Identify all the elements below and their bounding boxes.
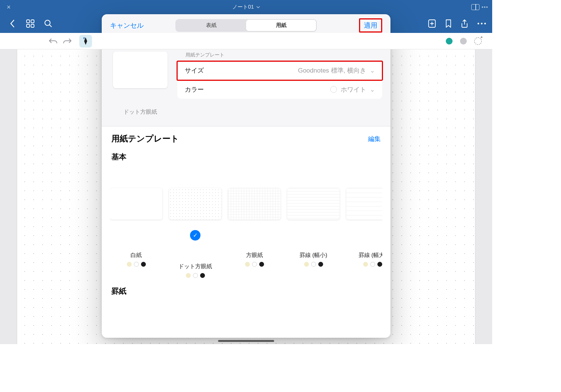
note-title-text: ノート01	[232, 4, 254, 10]
color-swatch-teal[interactable]	[446, 38, 453, 45]
undo-icon[interactable]	[49, 38, 58, 45]
more-dots-icon[interactable]	[482, 6, 488, 8]
svg-rect-2	[27, 24, 30, 27]
editor-toolbar	[0, 33, 492, 49]
svg-rect-3	[31, 24, 34, 27]
size-value: Goodnotes 標準, 横向き	[298, 66, 366, 75]
color-swatch-gray[interactable]	[460, 38, 467, 45]
splitscreen-icon[interactable]	[471, 4, 479, 10]
color-swatch-white	[330, 86, 337, 93]
category-ruled: 罫紙	[110, 278, 382, 299]
search-icon[interactable]	[42, 17, 55, 30]
templates-title: 用紙テンプレート	[111, 133, 179, 144]
grid-view-icon[interactable]	[24, 17, 37, 30]
template-item-blank[interactable]: 白紙	[110, 188, 162, 278]
template-item-ruled-small[interactable]: 罫線 (幅小)	[287, 188, 340, 278]
size-label: サイズ	[185, 66, 204, 75]
chevron-down-icon: ⌄	[370, 67, 375, 74]
chevron-down-icon: ⌄	[370, 86, 375, 93]
check-icon: ✓	[190, 230, 200, 241]
bookmark-icon[interactable]	[445, 19, 452, 28]
cancel-button[interactable]: キャンセル	[110, 21, 144, 30]
svg-point-8	[484, 23, 486, 24]
more-icon[interactable]	[477, 22, 486, 25]
category-basic: 基本	[110, 148, 382, 165]
back-button[interactable]	[6, 17, 19, 30]
redo-icon[interactable]	[63, 38, 72, 45]
svg-point-7	[481, 23, 482, 24]
add-page-icon[interactable]	[428, 19, 436, 28]
home-indicator	[218, 340, 274, 342]
svg-rect-0	[27, 20, 30, 23]
color-label: カラー	[185, 85, 204, 94]
template-item-ruled-large[interactable]: 罫線 (幅大)	[346, 188, 382, 278]
color-value: ホワイト	[341, 85, 366, 94]
svg-point-6	[478, 23, 479, 24]
note-title-dropdown[interactable]: ノート01	[232, 4, 260, 10]
color-row[interactable]: カラー ホワイト ⌄	[177, 80, 382, 99]
template-item-grid[interactable]: 方眼紙	[228, 188, 280, 278]
templates-section: 用紙テンプレート 編集 基本 白紙 ✓ ドット方眼紙 方眼紙	[102, 126, 390, 338]
segment-paper[interactable]: 用紙	[246, 20, 316, 31]
svg-rect-1	[31, 20, 34, 23]
chevron-down-icon	[256, 6, 260, 8]
close-icon[interactable]: ×	[4, 3, 13, 11]
current-template-label: ドット方眼紙	[102, 99, 390, 122]
template-row-basic: 白紙 ✓ ドット方眼紙 方眼紙 罫線 (幅小)	[110, 165, 382, 278]
paper-preview-thumb	[113, 52, 168, 88]
edit-button[interactable]: 編集	[368, 135, 381, 143]
template-item-dotgrid[interactable]: ✓ ドット方眼紙	[169, 188, 221, 278]
pen-tool-button[interactable]	[79, 35, 92, 48]
cover-paper-segment[interactable]: 表紙 用紙	[175, 19, 317, 32]
app-status-bar: × ノート01	[0, 0, 492, 14]
share-icon[interactable]	[461, 19, 468, 28]
paper-template-label: 用紙テンプレート	[177, 52, 382, 61]
paper-settings-modal: キャンセル 表紙 用紙 適用 用紙 用紙テンプレート サイズ Goodnotes…	[102, 14, 390, 338]
segment-cover[interactable]: 表紙	[176, 20, 246, 31]
apply-button[interactable]: 適用	[359, 18, 382, 33]
add-color-button[interactable]	[474, 37, 482, 45]
size-row[interactable]: サイズ Goodnotes 標準, 横向き ⌄	[177, 61, 382, 80]
